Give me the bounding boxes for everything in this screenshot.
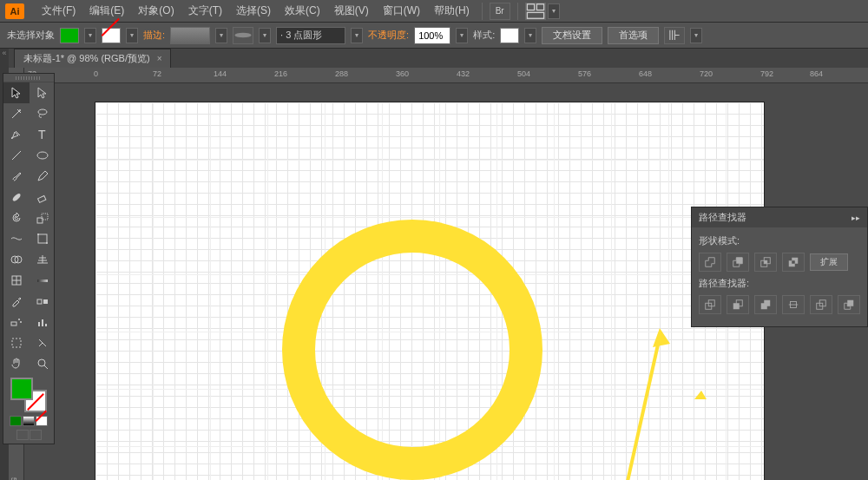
align-dd[interactable]: ▾ [690,28,702,43]
line-tool[interactable] [3,145,30,166]
panel-collapse-icon[interactable]: ▸▸ [852,214,860,222]
pen-tool[interactable] [3,124,30,145]
svg-rect-0 [527,3,534,10]
toolbox-grip[interactable] [3,74,54,82]
crop-button[interactable] [782,295,805,314]
menu-view[interactable]: 视图(V) [327,0,376,23]
document-tabs: 未标题-1* @ 98% (RGB/预览) × [9,49,868,68]
exclude-button[interactable] [782,253,805,272]
fill-swatch[interactable] [60,28,79,43]
scale-tool[interactable] [30,207,56,228]
var-width-profile[interactable] [233,27,253,44]
menu-effect[interactable]: 效果(C) [278,0,327,23]
opacity-value[interactable]: 100% [414,27,450,44]
brush-def[interactable]: · 3 点圆形 [276,27,345,44]
doc-setup-button[interactable]: 文档设置 [542,27,602,44]
stroke-dropdown[interactable]: ▾ [126,28,138,43]
svg-point-3 [234,33,251,38]
lasso-tool[interactable] [30,103,56,124]
svg-rect-18 [37,279,48,282]
tab-close-icon[interactable]: × [157,54,162,63]
menu-window[interactable]: 窗口(W) [376,0,427,23]
menu-help[interactable]: 帮助(H) [427,0,477,23]
symbol-sprayer-tool[interactable] [3,312,30,332]
align-icon[interactable]: ⊪ [664,27,685,44]
brush-def-dd[interactable]: ▾ [351,28,363,43]
free-transform-tool[interactable] [30,228,56,249]
fill-dropdown[interactable]: ▾ [84,28,96,43]
direct-selection-tool[interactable] [30,82,56,103]
width-tool[interactable] [3,228,30,249]
svg-point-28 [38,359,45,366]
none-mode-btn[interactable] [36,416,48,426]
svg-rect-20 [43,299,48,304]
paintbrush-tool[interactable] [3,166,30,187]
style-label: 样式: [473,29,495,42]
gradient-mode-btn[interactable] [23,416,35,426]
stroke-weight[interactable] [170,27,210,44]
zoom-tool[interactable] [30,353,56,374]
perspective-grid-tool[interactable] [30,249,56,270]
pencil-tool[interactable] [30,166,56,187]
hand-tool[interactable] [3,353,30,374]
control-bar: 未选择对象 ▾ ▾ 描边: ▾ ▾ · 3 点圆形 ▾ 不透明度: 100% ▾… [0,23,868,49]
mesh-tool[interactable] [3,270,30,291]
selection-tool[interactable] [3,82,30,103]
horizontal-ruler[interactable]: 72 0 72 144 216 288 360 432 504 576 648 … [24,68,868,83]
gradient-tool[interactable] [30,270,56,291]
blend-tool[interactable] [30,291,56,312]
var-width-dd[interactable]: ▾ [259,28,271,43]
type-tool[interactable]: T [30,124,56,145]
ellipse-tool[interactable] [30,145,56,166]
screen-mode-full[interactable] [30,430,42,440]
stroke-weight-dd[interactable]: ▾ [215,28,227,43]
screen-mode-normal[interactable] [16,430,29,440]
trim-button[interactable] [727,295,749,314]
color-mode-btn[interactable] [10,416,22,426]
tab-title: 未标题-1* @ 98% (RGB/预览) [23,52,150,65]
svg-rect-39 [792,260,795,264]
divide-button[interactable] [699,295,721,314]
outline-button[interactable] [810,295,832,314]
slice-tool[interactable] [30,332,56,353]
style-swatch[interactable] [500,28,519,43]
column-graph-tool[interactable] [30,312,56,332]
fill-stroke-swatches[interactable] [10,378,47,412]
stroke-swatch[interactable] [102,28,121,43]
svg-point-23 [20,321,22,323]
shape-builder-tool[interactable] [3,249,30,270]
blob-brush-tool[interactable] [3,187,30,207]
eyedropper-tool[interactable] [3,291,30,312]
menu-select[interactable]: 选择(S) [229,0,278,23]
eraser-tool[interactable] [30,187,56,207]
svg-rect-36 [764,260,767,264]
artboard-tool[interactable] [3,332,30,353]
svg-point-13 [37,233,39,235]
document-tab[interactable]: 未标题-1* @ 98% (RGB/预览) × [14,49,171,68]
menu-file[interactable]: 文件(F) [35,0,82,23]
bridge-button[interactable]: Br [490,3,510,20]
menu-text[interactable]: 文字(T) [181,0,229,23]
arrange-docs-dropdown[interactable]: ▾ [548,3,560,19]
arrange-docs-button[interactable] [525,3,546,20]
unite-button[interactable] [699,253,721,272]
opacity-dd[interactable]: ▾ [456,28,468,43]
fill-color-swatch[interactable] [10,378,33,400]
expand-button[interactable]: 扩展 [810,253,848,271]
magic-wand-tool[interactable] [3,103,30,124]
panel-tab-pathfinder[interactable]: 路径查找器 ▸▸ [692,207,867,227]
svg-text:T: T [38,128,46,141]
menu-edit[interactable]: 编辑(E) [82,0,131,23]
style-dd[interactable]: ▾ [524,28,536,43]
minus-back-button[interactable] [838,295,860,314]
svg-rect-33 [736,258,742,264]
rotate-tool[interactable] [3,207,30,228]
svg-rect-50 [847,300,853,306]
merge-button[interactable] [754,295,777,314]
workspace: « T [0,49,868,480]
intersect-button[interactable] [754,253,777,272]
yellow-ring-shape[interactable] [282,220,542,480]
minus-front-button[interactable] [727,253,749,272]
preferences-button[interactable]: 首选项 [608,27,659,44]
menu-object[interactable]: 对象(O) [131,0,181,23]
